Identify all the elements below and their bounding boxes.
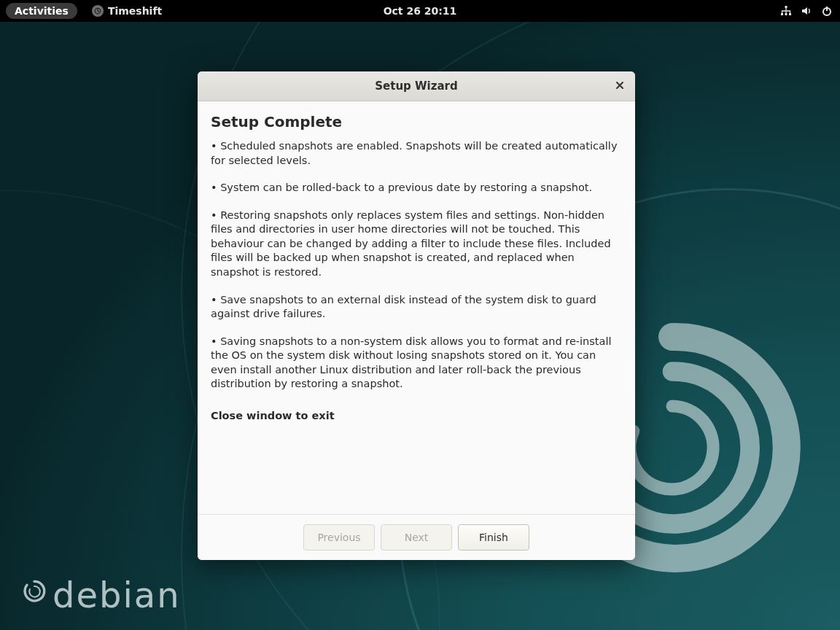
next-button: Next bbox=[381, 524, 452, 551]
info-bullet: • Saving snapshots to a non-system disk … bbox=[211, 335, 622, 392]
activities-button[interactable]: Activities bbox=[6, 3, 77, 19]
timeshift-icon bbox=[92, 5, 104, 17]
gnome-top-bar: Activities Timeshift Oct 26 20:11 bbox=[0, 0, 840, 22]
setup-wizard-window: Setup Wizard Setup Complete • Scheduled … bbox=[198, 71, 635, 560]
wizard-button-bar: Previous Next Finish bbox=[198, 514, 635, 560]
svg-rect-3 bbox=[785, 13, 788, 15]
info-bullet: • Restoring snapshots only replaces syst… bbox=[211, 209, 622, 280]
svg-rect-4 bbox=[789, 13, 791, 15]
distro-logo: debian bbox=[22, 575, 181, 615]
app-menu-label: Timeshift bbox=[108, 5, 162, 17]
close-hint: Close window to exit bbox=[211, 409, 622, 424]
volume-icon[interactable] bbox=[801, 5, 812, 17]
clock[interactable]: Oct 26 20:11 bbox=[384, 5, 457, 17]
distro-label: debian bbox=[52, 575, 181, 615]
titlebar[interactable]: Setup Wizard bbox=[198, 71, 635, 101]
network-icon[interactable] bbox=[780, 5, 792, 17]
page-heading: Setup Complete bbox=[211, 113, 622, 131]
svg-rect-2 bbox=[781, 13, 783, 15]
info-bullet: • Save snapshots to an external disk ins… bbox=[211, 293, 622, 322]
svg-rect-1 bbox=[785, 6, 788, 8]
finish-button[interactable]: Finish bbox=[458, 524, 529, 551]
app-menu[interactable]: Timeshift bbox=[92, 5, 162, 17]
previous-button: Previous bbox=[303, 524, 375, 551]
window-title: Setup Wizard bbox=[375, 79, 457, 93]
close-button[interactable] bbox=[612, 77, 628, 93]
power-icon[interactable] bbox=[821, 5, 833, 17]
content-scroll[interactable]: • Scheduled snapshots are enabled. Snaps… bbox=[211, 139, 631, 514]
info-bullet: • System can be rolled-back to a previou… bbox=[211, 181, 622, 195]
info-bullet: • Scheduled snapshots are enabled. Snaps… bbox=[211, 139, 622, 168]
